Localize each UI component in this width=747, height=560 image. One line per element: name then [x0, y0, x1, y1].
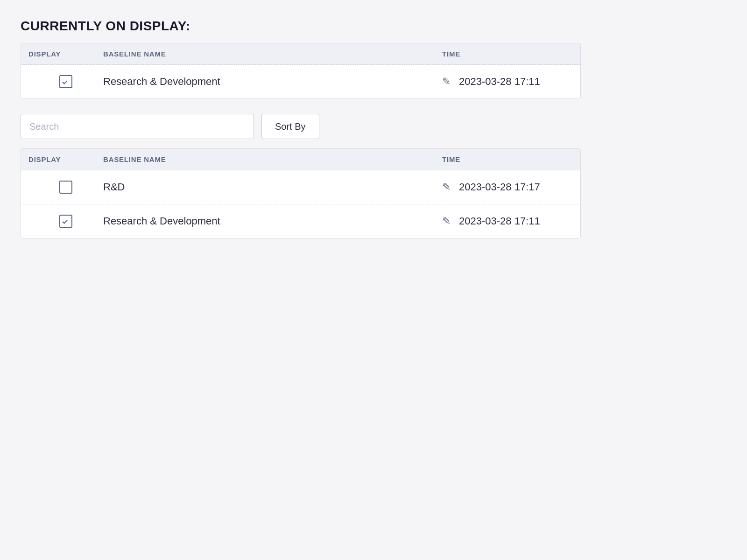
baseline-name-cell: Research & Development [103, 76, 442, 88]
time-cell: ✎ 2023-03-28 17:17 [442, 181, 573, 193]
page-title: CURRENTLY ON DISPLAY: [21, 19, 726, 34]
col-header-time-current: TIME [442, 50, 573, 58]
time-text: 2023-03-28 17:11 [459, 76, 540, 88]
currently-on-display-table: DISPLAY BASELINE NAME TIME Research & De… [21, 43, 581, 99]
baseline-name-cell: R&D [103, 181, 442, 193]
baseline-name-cell: Research & Development [103, 215, 442, 227]
search-input[interactable] [21, 114, 254, 139]
edit-icon[interactable]: ✎ [442, 181, 451, 193]
col-header-time-list: TIME [442, 155, 573, 163]
baseline-name-text: Research & Development [103, 76, 220, 88]
baseline-name-text: Research & Development [103, 215, 220, 227]
search-sort-row: Sort By [21, 114, 581, 139]
col-header-display-current: DISPLAY [28, 50, 103, 58]
baseline-list-table: DISPLAY BASELINE NAME TIME R&D ✎ 2023-03… [21, 148, 581, 238]
checkbox-checked-icon[interactable] [59, 215, 72, 228]
col-header-baseline-current: BASELINE NAME [103, 50, 442, 58]
time-cell: ✎ 2023-03-28 17:11 [442, 215, 573, 227]
checkbox-checked-icon[interactable] [59, 75, 72, 88]
edit-icon[interactable]: ✎ [442, 215, 451, 227]
table-row: R&D ✎ 2023-03-28 17:17 [21, 170, 580, 204]
table-row: Research & Development ✎ 2023-03-28 17:1… [21, 204, 580, 238]
col-header-display-list: DISPLAY [28, 155, 103, 163]
table-row: Research & Development ✎ 2023-03-28 17:1… [21, 65, 580, 98]
sort-by-button[interactable]: Sort By [261, 114, 319, 139]
display-cell-unchecked[interactable] [28, 181, 103, 194]
col-header-baseline-list: BASELINE NAME [103, 155, 442, 163]
edit-icon[interactable]: ✎ [442, 76, 451, 88]
table-header-current: DISPLAY BASELINE NAME TIME [21, 43, 580, 65]
table-header-list: DISPLAY BASELINE NAME TIME [21, 149, 580, 170]
time-text: 2023-03-28 17:11 [459, 215, 540, 227]
display-cell-checked[interactable] [28, 75, 103, 88]
baseline-name-text: R&D [103, 181, 125, 193]
time-text: 2023-03-28 17:17 [459, 181, 540, 193]
time-cell: ✎ 2023-03-28 17:11 [442, 76, 573, 88]
checkbox-unchecked-icon[interactable] [59, 181, 72, 194]
display-cell-checked-2[interactable] [28, 215, 103, 228]
